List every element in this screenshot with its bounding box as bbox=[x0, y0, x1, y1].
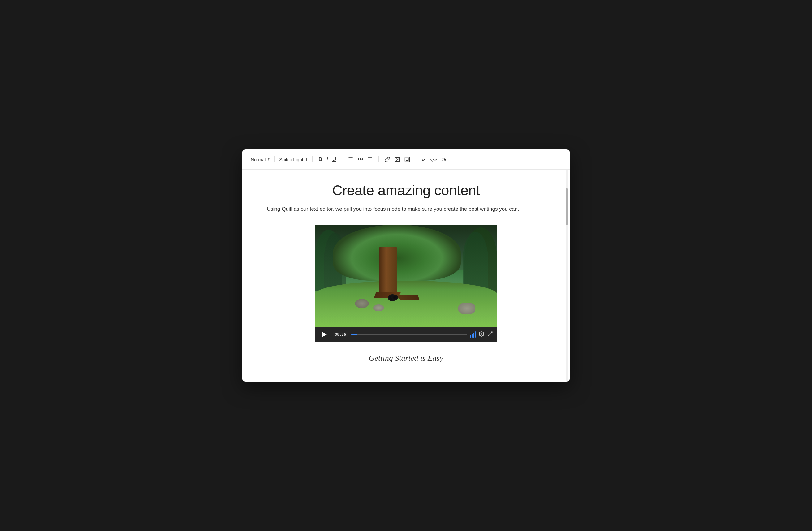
text-format-group: B I U bbox=[317, 155, 338, 163]
video-controls: 09:56 bbox=[315, 327, 497, 342]
image-button[interactable] bbox=[393, 156, 402, 163]
link-button[interactable] bbox=[383, 156, 392, 163]
fullscreen-button[interactable] bbox=[488, 331, 493, 338]
toolbar-divider-4 bbox=[378, 156, 379, 162]
play-button[interactable] bbox=[319, 329, 330, 340]
section-title: Getting Started is Easy bbox=[267, 354, 545, 363]
page-subtitle: Using Quill as our text editor, we pull … bbox=[267, 205, 521, 213]
volume-bar-4 bbox=[475, 331, 476, 338]
video-timestamp: 09:56 bbox=[333, 332, 348, 337]
unordered-list-button[interactable]: ••• bbox=[356, 155, 365, 164]
advanced-group: fx </> Tx bbox=[421, 156, 448, 163]
style-selector-label: Normal bbox=[251, 157, 265, 162]
insert-group bbox=[383, 156, 411, 163]
svg-line-5 bbox=[491, 332, 492, 333]
play-icon bbox=[322, 332, 327, 337]
clear-format-button[interactable]: Tx bbox=[440, 156, 448, 163]
video-player: 09:56 bbox=[315, 225, 497, 342]
font-selector-chevron: ⬍ bbox=[305, 158, 308, 161]
scrollbar-track bbox=[566, 170, 567, 381]
ordered-list-button[interactable]: ☰ bbox=[347, 155, 354, 164]
formula-button[interactable]: fx bbox=[421, 156, 427, 163]
svg-line-6 bbox=[488, 334, 490, 336]
svg-rect-3 bbox=[406, 158, 408, 161]
page-title: Create amazing content bbox=[267, 182, 545, 199]
creature bbox=[391, 295, 398, 300]
video-scene bbox=[315, 225, 497, 327]
volume-bar-1 bbox=[470, 335, 471, 338]
content-area: Create amazing content Using Quill as ou… bbox=[242, 170, 570, 381]
style-selector[interactable]: Normal ⬍ bbox=[251, 157, 270, 162]
rock-1 bbox=[355, 299, 369, 308]
svg-point-4 bbox=[481, 333, 482, 334]
volume-bar-2 bbox=[472, 334, 473, 338]
svg-rect-2 bbox=[405, 157, 410, 162]
underline-button[interactable]: U bbox=[331, 155, 338, 163]
scene-trunk bbox=[379, 247, 397, 296]
toolbar: Normal ⬍ Sailec Light ⬍ B I U ☰ ••• ☰ bbox=[242, 149, 570, 170]
style-selector-chevron: ⬍ bbox=[267, 158, 270, 161]
italic-button[interactable]: I bbox=[325, 155, 330, 163]
font-selector-label: Sailec Light bbox=[279, 157, 303, 162]
rock-2 bbox=[373, 304, 384, 311]
list-format-group: ☰ ••• ☰ bbox=[347, 155, 374, 164]
code-button[interactable]: </> bbox=[428, 156, 438, 163]
toolbar-divider-3 bbox=[342, 156, 342, 162]
toolbar-divider-5 bbox=[416, 156, 416, 162]
align-button[interactable]: ☰ bbox=[366, 155, 374, 164]
scrollbar[interactable] bbox=[566, 170, 567, 381]
bg-tree-right2 bbox=[463, 232, 488, 291]
video-progress-bar[interactable] bbox=[351, 334, 467, 335]
volume-control[interactable] bbox=[470, 331, 476, 338]
bold-button[interactable]: B bbox=[317, 155, 324, 163]
video-thumbnail bbox=[315, 225, 497, 327]
scrollbar-thumb[interactable] bbox=[566, 188, 567, 225]
toolbar-divider-2 bbox=[312, 156, 313, 162]
settings-button[interactable] bbox=[479, 331, 484, 338]
video-progress-fill bbox=[351, 334, 357, 335]
grass-overlay bbox=[315, 311, 497, 327]
font-selector[interactable]: Sailec Light ⬍ bbox=[279, 157, 308, 162]
volume-bar-3 bbox=[473, 333, 474, 338]
editor-window: Normal ⬍ Sailec Light ⬍ B I U ☰ ••• ☰ bbox=[242, 149, 570, 381]
video-embed-button[interactable] bbox=[403, 156, 411, 163]
svg-point-1 bbox=[396, 158, 397, 159]
